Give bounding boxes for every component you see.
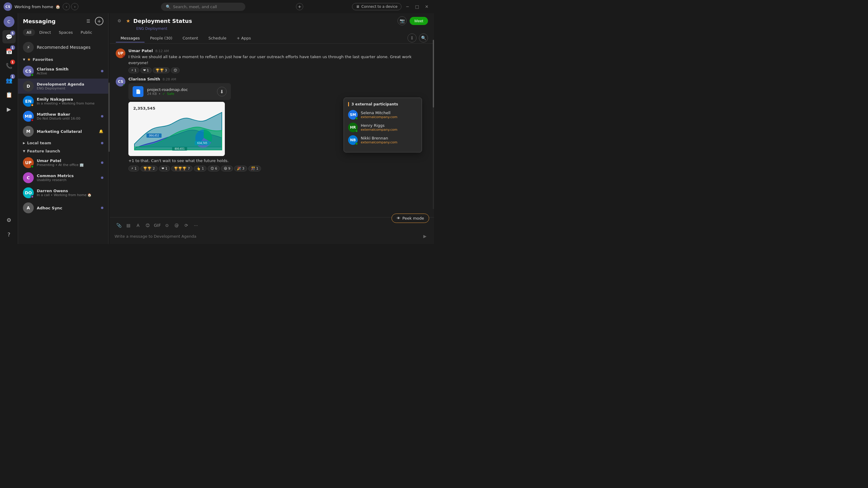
back-button[interactable]: ‹ [63, 3, 70, 10]
sticker-icon[interactable]: ⊙ [163, 221, 171, 230]
tab-all[interactable]: All [23, 29, 35, 36]
search-bar[interactable]: 🔍 Search, meet, and call [161, 3, 245, 11]
r7[interactable]: 😄 9 [221, 166, 233, 171]
sidebar-item-contacts[interactable]: 📋 [2, 88, 16, 101]
search-messages-button[interactable]: 🔍 [419, 33, 428, 42]
r2[interactable]: 🏆🏆 2 [141, 166, 158, 171]
sidebar-item-chat[interactable]: 💬 5 [2, 30, 16, 43]
r8[interactable]: 🎉 3 [234, 166, 247, 171]
message-input[interactable] [115, 234, 421, 238]
r1[interactable]: ⚡ 1 [128, 166, 139, 171]
common-metrics-name: Common Metrics [37, 173, 98, 178]
forward-button[interactable]: › [71, 3, 79, 10]
minimize-button[interactable]: ─ [404, 3, 411, 10]
r9[interactable]: 🎊 1 [248, 166, 261, 171]
umar-msg-avatar: UP [116, 48, 125, 58]
matthew-unread-dot [101, 115, 103, 118]
clarissa-msg-text: +1 to that. Can't wait to see what the f… [128, 158, 428, 164]
channel-title-row: ⚙ ★ Deployment Status 📷 Meet [116, 16, 428, 25]
font-icon[interactable]: A [134, 221, 142, 230]
umar-unread-dot [101, 161, 103, 164]
sidebar-icons: C 💬 5 📅 1 📞 1 👥 1 📋 ▶ ⚙ ? [0, 13, 18, 244]
r4[interactable]: 🏆🏆🏆 7 [171, 166, 193, 171]
chart-value-label: 2,353,545 [133, 106, 155, 110]
user-profile-avatar[interactable]: C [4, 16, 14, 27]
reaction-trophy[interactable]: 🏆🏆 3 [153, 67, 170, 73]
adhoc-info: Adhoc Sync [37, 206, 98, 210]
channel-star-icon[interactable]: ★ [126, 18, 130, 24]
meet-button[interactable]: Meet [410, 17, 428, 25]
user-avatar[interactable]: CS [4, 2, 12, 11]
reaction-lightning[interactable]: ⚡ 1 [128, 67, 139, 73]
contact-item-dev-agenda[interactable]: D Development Agenda ENG Deployment [18, 78, 108, 94]
sync-icon-button[interactable]: ↕ [407, 33, 416, 42]
r6[interactable]: 😊 6 [208, 166, 220, 171]
sidebar-item-help[interactable]: ? [2, 228, 16, 241]
snapshot-button[interactable]: 📷 [398, 16, 407, 25]
tab-schedule[interactable]: Schedule [204, 34, 231, 42]
tab-messages[interactable]: Messages [116, 34, 145, 42]
reaction-smile[interactable]: 😊 [171, 67, 180, 73]
sidebar-item-calendar[interactable]: 📅 1 [2, 44, 16, 58]
umar-msg-content: Umar Patel 8:12 AM I think we should all… [128, 48, 428, 73]
new-call-button[interactable]: + [296, 3, 303, 10]
peek-mode-button[interactable]: 👁 Peek mode [392, 214, 429, 223]
contact-item-darren[interactable]: DO Darren Owens In a call • Working from… [18, 185, 108, 200]
r3[interactable]: ❤️ 1 [159, 166, 170, 171]
sidebar-item-calls[interactable]: 📞 1 [2, 59, 16, 72]
content-wrapper: C 💬 5 📅 1 📞 1 👥 1 📋 ▶ ⚙ ? [0, 13, 434, 244]
sidebar-item-workflows[interactable]: ▶ [2, 102, 16, 116]
more-options-icon[interactable]: ⋯ [192, 221, 200, 230]
file-download-button[interactable]: ⬇ [217, 87, 227, 96]
darren-status-dot [31, 195, 34, 198]
umar-msg-text: I think we should all take a moment to r… [128, 54, 428, 66]
tab-people[interactable]: People (30) [145, 34, 177, 42]
tab-public[interactable]: Public [77, 29, 96, 36]
tab-direct[interactable]: Direct [36, 29, 55, 36]
chat-scrollbar[interactable] [433, 40, 434, 209]
contact-item-umar[interactable]: UP Umar Patel Presenting • At the office… [18, 155, 108, 170]
emoji-icon[interactable]: 😊 [144, 221, 152, 230]
channel-settings-button[interactable]: ⚙ [116, 17, 123, 24]
tab-spaces[interactable]: Spaces [55, 29, 76, 36]
dev-agenda-avatar: D [23, 81, 34, 92]
r5[interactable]: 👆 1 [194, 166, 207, 171]
recommended-messages-item[interactable]: ⚡ Recommended Messages [18, 39, 108, 55]
file-separator: • [158, 92, 161, 96]
sidebar-item-settings[interactable]: ⚙ [2, 213, 16, 227]
attach-icon[interactable]: 📎 [115, 221, 123, 230]
contact-item-matthew[interactable]: MB Matthew Baker Do Not Disturb until 16… [18, 109, 108, 124]
close-button[interactable]: ✕ [423, 3, 430, 10]
emily-info: Emily Nakagawa In a meeting • Working fr… [37, 97, 103, 105]
marketing-info: Marketing Collateral [37, 129, 96, 134]
contact-item-adhoc[interactable]: A Adhoc Sync [18, 200, 108, 216]
connect-device-button[interactable]: 🖥 Connect to a device [352, 3, 401, 10]
henry-avatar: HR [348, 123, 358, 132]
new-message-button[interactable]: + [95, 17, 103, 25]
darren-info: Darren Owens In a call • Working from ho… [37, 189, 103, 197]
favorites-label: Favorites [33, 57, 53, 62]
loop-icon[interactable]: ⟳ [182, 221, 190, 230]
tab-content[interactable]: Content [178, 34, 203, 42]
feature-launch-section-header[interactable]: ▼ Feature launch [18, 147, 108, 155]
sidebar-item-people[interactable]: 👥 1 [2, 73, 16, 87]
contact-item-clarissa[interactable]: CS Clarissa Smith Active [18, 64, 108, 78]
messaging-header-actions: ☰ + [84, 17, 103, 25]
channel-subtitle[interactable]: ENG Deployment [116, 27, 428, 31]
contact-item-marketing[interactable]: M Marketing Collateral 🔔 [18, 124, 108, 139]
window-left: CS Working from home 🏠 ‹ › [4, 2, 112, 11]
reaction-heart[interactable]: ❤️ 1 [141, 67, 152, 73]
maximize-button[interactable]: □ [413, 3, 421, 10]
mention-icon[interactable]: @ [173, 221, 181, 230]
tab-apps[interactable]: + Apps [232, 34, 255, 42]
contact-item-common-metrics[interactable]: C Common Metrics Usability research [18, 170, 108, 185]
format-icon[interactable]: ▤ [124, 221, 133, 230]
channel-tabs: Messages People (30) Content Schedule + … [116, 33, 428, 43]
darren-name: Darren Owens [37, 189, 103, 193]
favorites-section-header[interactable]: ▼ ★ Favorites [18, 55, 108, 64]
send-button[interactable]: ▶ [421, 232, 429, 240]
local-team-section-header[interactable]: ▶ Local team [18, 139, 108, 147]
filter-button[interactable]: ☰ [84, 17, 93, 25]
contact-item-emily[interactable]: EN Emily Nakagawa In a meeting • Working… [18, 94, 108, 109]
gif-icon[interactable]: GIF [153, 221, 161, 230]
